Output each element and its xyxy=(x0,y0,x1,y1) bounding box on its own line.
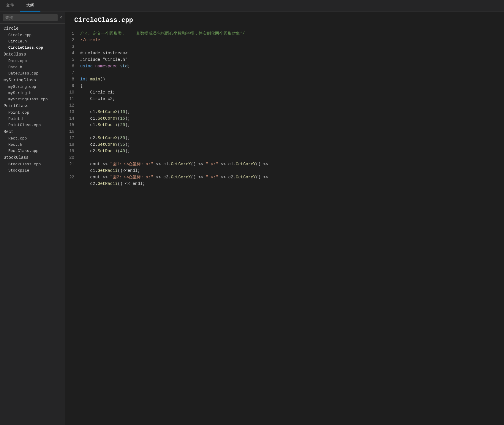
line-content-21: cout << "圆1::中心坐标: x:" << c1.GetCoreX() … xyxy=(80,161,504,167)
search-clear-button[interactable]: × xyxy=(59,15,62,20)
code-line-18: 18 c2.SetCoreY(35); xyxy=(65,141,504,148)
code-line-20: 20 xyxy=(65,154,504,161)
line-num-17: 17 xyxy=(65,135,80,141)
line-content-6: using namespace std; xyxy=(80,63,504,69)
sidebar-item-rectclass-cpp[interactable]: RectClass.cpp xyxy=(0,148,65,154)
editor-title: CircleClass.cpp xyxy=(65,12,504,27)
line-content-17: c2.SetCoreX(30); xyxy=(80,135,504,141)
sidebar-item-stockpile[interactable]: Stockpile xyxy=(0,167,65,174)
line-num-9: 9 xyxy=(65,83,80,89)
sidebar-item-dateclass-cpp[interactable]: DateClass.cpp xyxy=(0,70,65,77)
line-content-14: c1.SetCoreY(15); xyxy=(80,115,504,122)
code-line-1: 1 /*4. 定义一个圆形类， 其数据成员包括圆心坐标和半径，并实例化两个圆形对… xyxy=(65,30,504,37)
line-content-13: c1.SetCoreX(10); xyxy=(80,109,504,115)
sidebar-item-point-cpp[interactable]: Point.cpp xyxy=(0,110,65,116)
code-line-3: 3 xyxy=(65,43,504,50)
sidebar-item-pointclass-cpp[interactable]: PointClass.cpp xyxy=(0,122,65,128)
sidebar-item-mystringclass-cpp[interactable]: myStringClass.cpp xyxy=(0,96,65,102)
line-num-22: 22 xyxy=(65,174,80,180)
line-num-16: 16 xyxy=(65,128,80,135)
sidebar-item-stockclass-cpp[interactable]: StockClass.cpp xyxy=(0,161,65,167)
code-line-21b: c1.GetRadii()<<endl; xyxy=(65,167,504,174)
line-content-5: #include "Circle.h" xyxy=(80,56,504,63)
line-num-14: 14 xyxy=(65,115,80,122)
code-line-12: 12 xyxy=(65,102,504,109)
code-line-17: 17 c2.SetCoreX(30); xyxy=(65,135,504,141)
sidebar-group-stockclass[interactable]: StockClass xyxy=(0,154,65,161)
header-tabs: 文件 大纲 xyxy=(0,0,504,12)
code-line-7: 7 xyxy=(65,69,504,76)
code-line-21: 21 cout << "圆1::中心坐标: x:" << c1.GetCoreX… xyxy=(65,161,504,167)
line-num-15: 15 xyxy=(65,122,80,128)
line-content-22b: c2.GetRadii() << endl; xyxy=(80,180,504,187)
code-area[interactable]: 1 /*4. 定义一个圆形类， 其数据成员包括圆心坐标和半径，并实例化两个圆形对… xyxy=(65,27,504,425)
line-num-21: 21 xyxy=(65,161,80,167)
code-line-13: 13 c1.SetCoreX(10); xyxy=(65,109,504,115)
line-num-10: 10 xyxy=(65,89,80,96)
line-num-12: 12 xyxy=(65,102,80,109)
code-line-11: 11 Circle c2; xyxy=(65,96,504,102)
sidebar-tree: Circle Circle.cpp Circle.h CircleClass.c… xyxy=(0,24,65,425)
sidebar-group-circle[interactable]: Circle xyxy=(0,25,65,32)
sidebar-item-mystring-cpp[interactable]: myString.cpp xyxy=(0,84,65,90)
line-num-3: 3 xyxy=(65,43,80,50)
sidebar-group-dateclass[interactable]: DateClass xyxy=(0,51,65,58)
line-content-15: c1.SetRadii(20); xyxy=(80,122,504,128)
line-content-4: #include <iostream> xyxy=(80,50,504,56)
sidebar-item-circleclassl-cpp[interactable]: CircleClass.cpp xyxy=(0,45,65,51)
line-num-8: 8 xyxy=(65,76,80,83)
line-num-19: 19 xyxy=(65,148,80,154)
sidebar-item-mystring-h[interactable]: myString.h xyxy=(0,90,65,96)
sidebar-group-rect[interactable]: Rect xyxy=(0,128,65,135)
line-num-7: 7 xyxy=(65,69,80,76)
line-num-5: 5 xyxy=(65,56,80,63)
sidebar-item-circle-cpp[interactable]: Circle.cpp xyxy=(0,32,65,38)
sidebar-item-point-h[interactable]: Point.h xyxy=(0,116,65,122)
line-content-9: { xyxy=(80,83,504,89)
main-container: × Circle Circle.cpp Circle.h CircleClass… xyxy=(0,12,504,425)
line-content-11: Circle c2; xyxy=(80,96,504,102)
line-num-11: 11 xyxy=(65,96,80,102)
line-num-2: 2 xyxy=(65,37,80,43)
code-line-8: 8 int main() xyxy=(65,76,504,83)
sidebar-item-date-h[interactable]: Date.h xyxy=(0,64,65,70)
line-num-6: 6 xyxy=(65,63,80,69)
search-input[interactable] xyxy=(3,14,58,21)
sidebar-item-circle-h[interactable]: Circle.h xyxy=(0,38,65,45)
code-line-9: 9 { xyxy=(65,83,504,89)
sidebar: × Circle Circle.cpp Circle.h CircleClass… xyxy=(0,12,65,425)
line-content-8: int main() xyxy=(80,76,504,83)
sidebar-item-date-cpp[interactable]: Date.cpp xyxy=(0,58,65,64)
code-line-22: 22 cout << "圆2::中心坐标: x:" << c2.GetCoreX… xyxy=(65,174,504,180)
line-content-10: Circle c1; xyxy=(80,89,504,96)
code-line-14: 14 c1.SetCoreY(15); xyxy=(65,115,504,122)
tab-outline[interactable]: 大纲 xyxy=(20,0,40,12)
search-bar: × xyxy=(0,12,65,24)
code-line-16: 16 xyxy=(65,128,504,135)
line-num-20: 20 xyxy=(65,154,80,161)
sidebar-item-rect-cpp[interactable]: Rect.cpp xyxy=(0,135,65,142)
line-content-2: //circle xyxy=(80,37,504,43)
line-num-4: 4 xyxy=(65,50,80,56)
code-line-22b: c2.GetRadii() << endl; xyxy=(65,180,504,187)
code-line-4: 4 #include <iostream> xyxy=(65,50,504,56)
line-content-21b: c1.GetRadii()<<endl; xyxy=(80,167,504,174)
line-content-18: c2.SetCoreY(35); xyxy=(80,141,504,148)
tab-files[interactable]: 文件 xyxy=(0,0,20,12)
code-line-10: 10 Circle c1; xyxy=(65,89,504,96)
code-line-5: 5 #include "Circle.h" xyxy=(65,56,504,63)
code-line-6: 6 using namespace std; xyxy=(65,63,504,69)
line-content-1: /*4. 定义一个圆形类， 其数据成员包括圆心坐标和半径，并实例化两个圆形对象*… xyxy=(80,30,504,37)
editor-area: CircleClass.cpp 1 /*4. 定义一个圆形类， 其数据成员包括圆… xyxy=(65,12,504,425)
sidebar-item-rect-h[interactable]: Rect.h xyxy=(0,142,65,148)
code-line-2: 2 //circle xyxy=(65,37,504,43)
line-num-1: 1 xyxy=(65,30,80,37)
sidebar-group-mystringclass[interactable]: myStringClass xyxy=(0,77,65,84)
line-content-19: c2.SetRadii(40); xyxy=(80,148,504,154)
line-num-18: 18 xyxy=(65,141,80,148)
line-num-13: 13 xyxy=(65,109,80,115)
line-content-22: cout << "圆2::中心坐标: x:" << c2.GetCoreX() … xyxy=(80,174,504,180)
code-line-19: 19 c2.SetRadii(40); xyxy=(65,148,504,154)
sidebar-group-pointclass[interactable]: PointClass xyxy=(0,102,65,110)
code-line-15: 15 c1.SetRadii(20); xyxy=(65,122,504,128)
